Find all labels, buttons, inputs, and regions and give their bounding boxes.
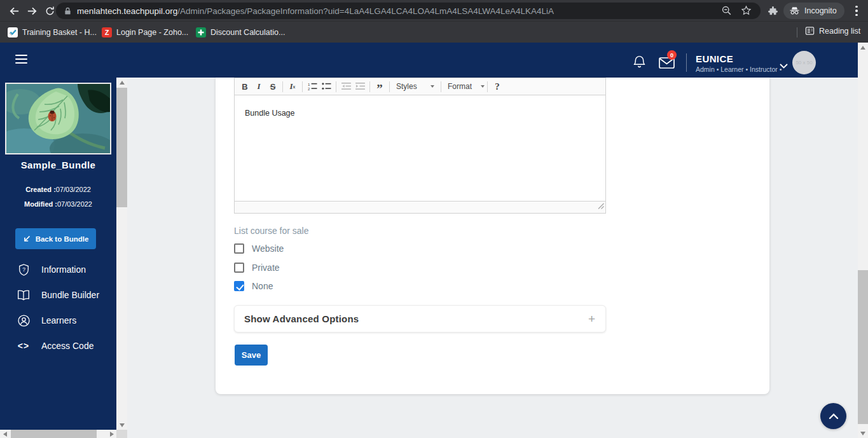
scroll-left-arrow[interactable]: [0, 430, 10, 438]
open-book-icon: [17, 289, 30, 301]
bookmarks-divider: [797, 27, 797, 38]
numbered-list-button[interactable]: 12: [305, 79, 319, 93]
styles-label: Styles: [396, 82, 417, 91]
page-scroll-down-arrow[interactable]: [858, 428, 868, 438]
modified-date: Modified :07/03/2022: [0, 200, 116, 208]
browser-toolbar: menlahtech.teachpupil.org/Admin/Packages…: [0, 0, 868, 21]
forward-button[interactable]: [24, 3, 39, 18]
format-dropdown[interactable]: Format: [444, 82, 485, 91]
rich-text-editor: B I S Ix 12 ”: [234, 78, 606, 214]
sidebar: Sample_Bundle Created :07/03/2022 Modifi…: [0, 78, 116, 430]
private-checkbox-row: Private: [234, 263, 280, 273]
styles-dropdown[interactable]: Styles: [392, 82, 438, 91]
outdent-button[interactable]: [339, 79, 353, 93]
back-to-bundle-label: Back to Bundle: [36, 235, 89, 243]
save-button[interactable]: Save: [235, 345, 268, 366]
reading-list-icon: [805, 26, 815, 36]
sidebar-item-label: Bundle Builder: [41, 290, 99, 300]
sidebar-vertical-scrollbar[interactable]: [116, 78, 127, 430]
page-scrollbar-thumb[interactable]: [858, 270, 868, 424]
reading-list-button[interactable]: Reading list: [805, 26, 860, 36]
outdent-icon: [341, 82, 351, 91]
sheets-favicon: [196, 27, 206, 38]
scrollbar-corner: [116, 430, 127, 438]
bookmark-label: Training Basket - H...: [22, 28, 97, 37]
created-label: Created :: [25, 186, 56, 193]
strikethrough-button[interactable]: S: [266, 79, 280, 93]
svg-text:2: 2: [308, 87, 310, 91]
chevron-down-icon: [780, 64, 788, 69]
bulleted-list-icon: [322, 82, 331, 91]
avatar[interactable]: 50 x 50: [792, 51, 816, 74]
header-divider: [686, 53, 687, 72]
resize-grip-icon[interactable]: [598, 200, 604, 212]
website-checkbox-row: Website: [234, 243, 284, 254]
user-roles: Admin • Learner • Instructor •: [696, 65, 782, 73]
indent-button[interactable]: [353, 79, 367, 93]
created-date: Created :07/03/2022: [0, 186, 116, 193]
incognito-badge[interactable]: Incognito: [783, 3, 844, 19]
person-circle-icon: [17, 315, 30, 327]
scroll-right-arrow[interactable]: [107, 430, 116, 438]
notifications-button[interactable]: [633, 54, 646, 69]
private-checkbox[interactable]: [234, 263, 244, 273]
zoho-favicon: Z: [102, 27, 112, 38]
blockquote-button[interactable]: ”: [373, 79, 387, 93]
page-scroll-up-arrow[interactable]: [858, 43, 868, 52]
bundle-thumbnail-image: [5, 83, 111, 154]
forward-arrow-icon: [26, 5, 38, 17]
sidebar-horizontal-scrollbar[interactable]: [0, 430, 116, 438]
sidebar-item-information[interactable]: ? Information: [0, 257, 116, 282]
user-menu-button[interactable]: [780, 60, 788, 71]
bell-icon: [633, 54, 646, 69]
reading-list-label: Reading list: [819, 27, 860, 36]
zoom-page-button[interactable]: [719, 3, 734, 18]
bookmark-zoho-login[interactable]: Z Login Page - Zoho...: [102, 26, 188, 39]
italic-button[interactable]: I: [252, 79, 266, 93]
incognito-label: Incognito: [804, 6, 837, 15]
scroll-down-arrow[interactable]: [116, 420, 127, 430]
modified-label: Modified :: [24, 200, 57, 208]
hamburger-menu-button[interactable]: [15, 55, 27, 64]
back-to-bundle-button[interactable]: Back to Bundle: [15, 228, 96, 249]
back-button[interactable]: [6, 3, 22, 18]
format-label: Format: [448, 82, 472, 91]
sidebar-scrollbar-thumb[interactable]: [116, 88, 127, 207]
reload-button[interactable]: [42, 3, 57, 18]
arrow-down-left-icon: [23, 235, 31, 243]
website-checkbox[interactable]: [234, 243, 244, 254]
address-bar[interactable]: menlahtech.teachpupil.org/Admin/Packages…: [56, 3, 761, 19]
website-checkbox-label: Website: [252, 243, 284, 254]
page-vertical-scrollbar[interactable]: [858, 43, 868, 438]
scroll-up-arrow[interactable]: [116, 78, 127, 87]
bold-button[interactable]: B: [238, 79, 252, 93]
sidebar-item-label: Information: [41, 264, 86, 275]
bookmark-star-button[interactable]: [738, 3, 754, 18]
editor-content-area[interactable]: Bundle Usage: [235, 95, 605, 201]
magnifier-minus-icon: [721, 5, 732, 16]
chevron-up-icon: [829, 413, 839, 420]
url-path: /Admin/Packages/PackageInformation?uid=4…: [177, 6, 554, 16]
scroll-to-top-button[interactable]: [820, 403, 846, 429]
puzzle-icon: [768, 6, 778, 17]
bookmark-training-basket[interactable]: Training Basket - H...: [8, 26, 97, 39]
sidebar-item-learners[interactable]: Learners: [0, 308, 116, 333]
incognito-spy-icon: [789, 6, 800, 15]
remove-format-button[interactable]: Ix: [286, 79, 300, 93]
code-brackets-icon: <>: [17, 341, 30, 351]
bookmark-discount-calculation[interactable]: Discount Calculatio...: [196, 26, 285, 39]
sidebar-hscrollbar-thumb[interactable]: [11, 430, 97, 438]
browser-menu-button[interactable]: [851, 4, 862, 17]
screen: menlahtech.teachpupil.org/Admin/Packages…: [0, 0, 868, 438]
editor-help-button[interactable]: ?: [490, 79, 504, 93]
bulleted-list-button[interactable]: [319, 79, 333, 93]
extensions-button[interactable]: [765, 3, 780, 18]
none-checkbox[interactable]: [234, 281, 244, 291]
show-advanced-options-toggle[interactable]: Show Advanced Options +: [234, 305, 606, 332]
sidebar-item-access-code[interactable]: <> Access Code: [0, 333, 116, 359]
sidebar-item-bundle-builder[interactable]: Bundle Builder: [0, 282, 116, 308]
remove-format-x: x: [293, 84, 296, 90]
bookmarks-bar: Training Basket - H... Z Login Page - Zo…: [0, 21, 868, 43]
sidebar-nav: ? Information Bundle Builder Learners <>…: [0, 257, 116, 359]
svg-text:1: 1: [308, 83, 310, 86]
